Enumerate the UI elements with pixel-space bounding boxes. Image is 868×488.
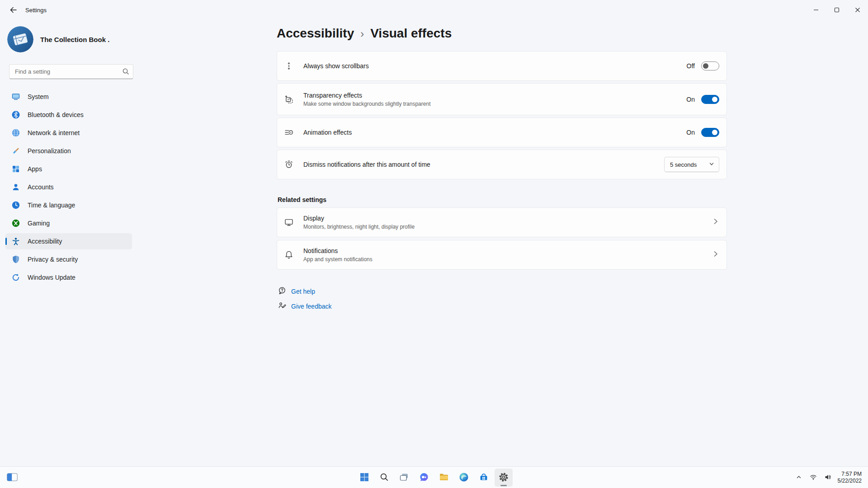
scrollbar-icon [283, 61, 294, 71]
tray-date: 5/22/2022 [838, 478, 862, 484]
help-chat-icon [278, 286, 287, 297]
settings-window: Settings [0, 0, 868, 488]
breadcrumb: Accessibility › Visual effects [277, 26, 452, 41]
chevron-right-icon [712, 218, 719, 227]
file-explorer-button[interactable] [435, 469, 453, 487]
main-content: Accessibility › Visual effects Always sh… [277, 21, 727, 466]
person-icon [11, 182, 21, 192]
breadcrumb-separator-icon: › [360, 27, 364, 40]
sidebar-item-apps[interactable]: Apps [5, 161, 132, 177]
running-indicator [500, 485, 507, 486]
back-button[interactable] [5, 3, 21, 18]
edge-browser-button[interactable] [455, 469, 473, 487]
setting-title: Transparency effects [303, 92, 430, 99]
setting-row-always-show-scrollbars: Always show scrollbars Off [277, 51, 727, 81]
selected-indicator [5, 238, 7, 245]
maximize-icon [832, 5, 841, 16]
toggle-knob [712, 130, 717, 135]
close-icon [853, 5, 862, 16]
globe-icon [11, 128, 21, 138]
transparency-icon [283, 94, 294, 105]
sidebar-item-accessibility[interactable]: Accessibility [5, 233, 132, 249]
sidebar-item-label: Accounts [28, 183, 54, 191]
hidden-icons-button[interactable] [793, 469, 805, 486]
search-taskbar-button[interactable] [375, 469, 393, 487]
clock-icon [11, 200, 21, 210]
sidebar-item-label: Bluetooth & devices [28, 111, 84, 118]
sidebar-item-label: Accessibility [28, 238, 62, 245]
animation-icon [283, 127, 294, 138]
related-subtitle: App and system notifications [303, 256, 373, 263]
dropdown-value: 5 seconds [670, 161, 697, 168]
search-box [9, 64, 133, 79]
setting-title: Always show scrollbars [303, 62, 369, 70]
animation-effects-toggle[interactable] [701, 128, 719, 137]
sidebar-item-time-language[interactable]: Time & language [5, 197, 132, 213]
store-bag-icon [478, 472, 489, 484]
maximize-button[interactable] [826, 0, 847, 21]
chevron-right-icon [712, 250, 719, 259]
minimize-icon [811, 5, 821, 16]
volume-tray-button[interactable] [821, 469, 834, 486]
close-button[interactable] [847, 0, 868, 21]
microsoft-store-button[interactable] [475, 469, 493, 487]
sidebar-item-label: Gaming [28, 220, 50, 227]
chat-button[interactable] [415, 469, 433, 487]
clock[interactable]: 7:57 PM 5/22/2022 [836, 471, 865, 484]
network-tray-button[interactable] [807, 469, 820, 486]
sidebar-item-personalization[interactable]: Personalization [5, 143, 132, 159]
toggle-state-label: Off [687, 62, 695, 70]
task-view-button[interactable] [395, 469, 413, 487]
give-feedback-link[interactable]: Give feedback [278, 300, 332, 313]
titlebar: Settings [0, 0, 868, 21]
gear-icon [498, 472, 509, 484]
minimize-button[interactable] [806, 0, 826, 21]
avatar [7, 26, 33, 52]
always-show-scrollbars-toggle[interactable] [701, 61, 719, 70]
user-name: The Collection Book . [40, 36, 109, 43]
related-settings-header: Related settings [278, 196, 326, 203]
sidebar-item-privacy-security[interactable]: Privacy & security [5, 251, 132, 267]
search-input[interactable] [9, 64, 133, 79]
tray-time: 7:57 PM [838, 471, 862, 478]
sidebar-item-label: Privacy & security [28, 256, 78, 263]
toggle-state-label: On [686, 129, 695, 136]
sidebar: The Collection Book . System Bluetooth &… [0, 21, 136, 466]
sidebar-item-bluetooth-devices[interactable]: Bluetooth & devices [5, 107, 132, 123]
chevron-up-icon [796, 474, 802, 482]
setting-row-animation-effects: Animation effects On [277, 117, 727, 147]
speaker-icon [824, 474, 831, 482]
back-arrow-icon [9, 6, 17, 15]
sidebar-item-label: Windows Update [28, 274, 75, 281]
sidebar-item-gaming[interactable]: Gaming [5, 215, 132, 231]
toggle-knob [703, 63, 708, 69]
settings-app-button[interactable] [495, 469, 513, 487]
taskbar-corner-button[interactable] [5, 471, 19, 484]
link-label: Give feedback [291, 303, 332, 310]
folder-icon [439, 472, 449, 484]
start-button[interactable] [355, 469, 373, 487]
taskbar-center [355, 469, 513, 487]
caption-controls [806, 0, 868, 21]
related-row-notifications[interactable]: Notifications App and system notificatio… [277, 240, 727, 270]
sidebar-item-windows-update[interactable]: Windows Update [5, 269, 132, 286]
sidebar-item-network-internet[interactable]: Network & internet [5, 125, 132, 141]
apps-grid-icon [11, 164, 21, 174]
dismiss-time-dropdown[interactable]: 5 seconds [664, 157, 719, 172]
feedback-person-icon [278, 301, 287, 312]
get-help-link[interactable]: Get help [278, 285, 315, 298]
wifi-icon [810, 474, 817, 482]
sidebar-item-accounts[interactable]: Accounts [5, 179, 132, 195]
transparency-effects-toggle[interactable] [701, 95, 719, 104]
sidebar-item-label: Network & internet [28, 129, 80, 136]
sidebar-item-system[interactable]: System [5, 89, 132, 105]
user-profile: The Collection Book . [7, 26, 109, 52]
breadcrumb-parent[interactable]: Accessibility [277, 26, 354, 41]
timer-icon [283, 159, 294, 170]
related-row-display[interactable]: Display Monitors, brightness, night ligh… [277, 207, 727, 237]
system-tray: 7:57 PM 5/22/2022 [793, 467, 865, 488]
setting-subtitle: Make some window backgrounds slightly tr… [303, 101, 430, 107]
xbox-icon [11, 218, 21, 228]
sidebar-item-label: Time & language [28, 202, 75, 209]
sidebar-item-label: Apps [28, 165, 42, 173]
